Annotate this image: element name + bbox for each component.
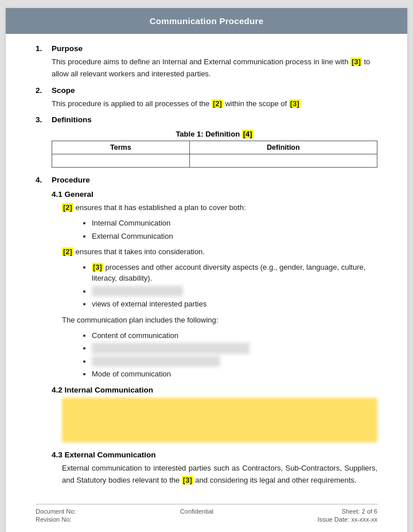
list-item-mode: Mode of communication	[92, 368, 377, 380]
section-4-number: 4.	[36, 176, 52, 184]
list-item-processes: [3] processes and other account diversit…	[92, 262, 377, 284]
subsection-4-1-title: 4.1 General	[52, 190, 377, 199]
list-item-external-parties: views of external interested parties	[92, 298, 377, 310]
section-1-label: Purpose	[52, 44, 83, 53]
section-2: 2. Scope This procedure is applied to al…	[36, 86, 377, 114]
section-4-content: Procedure 4.1 General [2] ensures that i…	[52, 176, 377, 490]
footer-left: Document No: Revision No:	[36, 508, 76, 523]
section-3-number: 3.	[36, 115, 52, 124]
section-2-label: Scope	[52, 86, 75, 95]
definition-table: Terms Definition	[52, 141, 377, 168]
page-footer: Document No: Revision No: Confidential S…	[36, 504, 377, 523]
table-header-definition: Definition	[189, 141, 377, 154]
list-item-blurred-3	[92, 356, 377, 367]
subsection-4-3-content: External communication to interested par…	[52, 463, 377, 487]
list-item-internal: Internal Communication	[92, 218, 377, 229]
ref-3-highlight-scope: [3]	[289, 99, 301, 108]
footer-center: Confidential	[180, 508, 213, 523]
section-1-number: 1.	[36, 44, 52, 53]
ref-4-highlight-table: [4]	[242, 130, 254, 138]
section-4: 4. Procedure 4.1 General [2] ensures tha…	[36, 176, 377, 490]
list-item-blurred-2	[92, 343, 377, 354]
blurred-text-3	[92, 356, 220, 367]
blurred-text-2	[92, 343, 250, 354]
list-item-blurred-1	[92, 286, 377, 297]
document-title: Communication Procedure	[6, 8, 407, 34]
internal-comm-blurred	[62, 398, 377, 442]
general-para-1: [2] ensures that it has established a pl…	[62, 202, 377, 214]
section-1-content: Purpose This procedure aims to define an…	[52, 44, 377, 84]
page-content: 1. Purpose This procedure aims to define…	[6, 34, 407, 498]
section-2-content: Scope This procedure is applied to all p…	[52, 86, 377, 114]
subsection-4-2-content	[52, 398, 377, 442]
section-2-para: This procedure is applied to all process…	[52, 98, 377, 110]
comm-plan-para: The communication plan includes the foll…	[62, 314, 377, 327]
table-row	[52, 154, 377, 168]
section-3-content: Definitions Table 1: Definition [4] Term…	[52, 115, 377, 173]
ref-2-highlight-consideration: [2]	[62, 247, 73, 256]
subsection-4-1-content: [2] ensures that it has established a pl…	[52, 202, 377, 379]
comm-plan-list: Content of communication	[62, 330, 377, 380]
table-cell-term	[52, 154, 190, 168]
external-comm-para: External communication to interested par…	[62, 463, 377, 487]
footer-doc-no: Document No:	[36, 508, 76, 515]
section-1-para: This procedure aims to define an Interna…	[52, 56, 377, 80]
document-page: Communication Procedure 1. Purpose This …	[6, 8, 407, 532]
list-item-external: External Communication	[92, 231, 377, 242]
section-2-number: 2.	[36, 86, 52, 95]
section-1: 1. Purpose This procedure aims to define…	[36, 44, 377, 84]
table-header-terms: Terms	[52, 141, 190, 154]
footer-revision: Revision No:	[36, 516, 76, 523]
section-4-label: Procedure	[52, 176, 90, 184]
footer-right: Sheet: 2 of 6 Issue Date: xx-xxx-xx	[317, 508, 377, 523]
subsection-4-3-title: 4.3 External Communication	[52, 451, 377, 459]
ref-3-highlight-1: [3]	[350, 57, 362, 66]
section-3-label: Definitions	[52, 115, 92, 124]
table-cell-definition	[189, 154, 377, 168]
subsection-4-2-title: 4.2 Internal Communication	[52, 386, 377, 394]
footer-issue-date: Issue Date: xx-xxx-xx	[317, 516, 377, 523]
ref-3-highlight-external: [3]	[182, 476, 193, 484]
footer-sheet: Sheet: 2 of 6	[317, 508, 377, 515]
consideration-list: [3] processes and other account diversit…	[62, 262, 377, 310]
ref-3-highlight-processes: [3]	[92, 263, 103, 271]
ref-2-highlight-general: [2]	[62, 203, 73, 212]
blurred-text-1	[92, 286, 183, 297]
table-caption: Table 1: Definition [4]	[52, 130, 377, 138]
communication-types-list: Internal Communication External Communic…	[62, 218, 377, 242]
ref-2-highlight-scope: [2]	[212, 99, 223, 108]
list-item-content: Content of communication	[92, 330, 377, 341]
footer-confidential: Confidential	[180, 508, 213, 515]
table-header-row: Terms Definition	[52, 141, 377, 154]
section-3: 3. Definitions Table 1: Definition [4] T…	[36, 115, 377, 173]
general-para-2: [2] ensures that it takes into considera…	[62, 246, 377, 258]
